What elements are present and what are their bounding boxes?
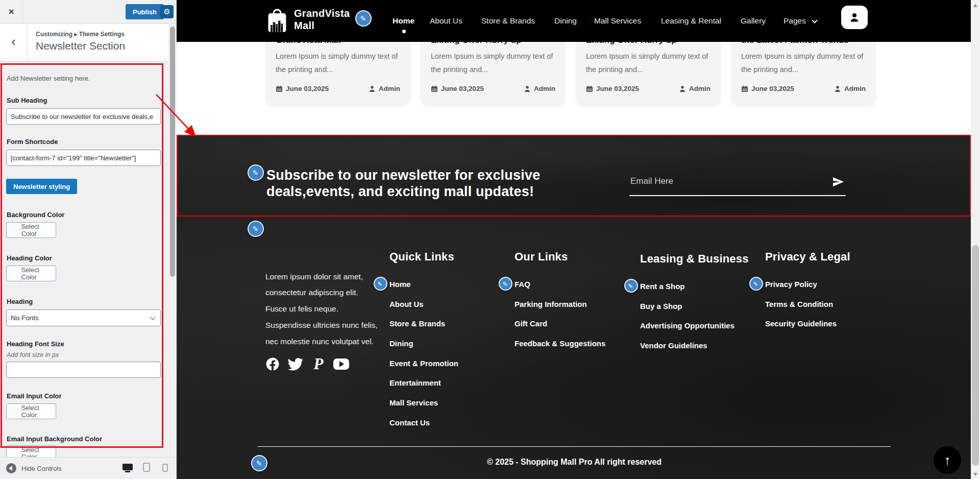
customizer-bottombar: Hide Controls bbox=[0, 457, 177, 479]
edit-header-pencil-icon[interactable] bbox=[355, 10, 372, 27]
preview-scrollbar-thumb[interactable] bbox=[972, 245, 979, 466]
footer-link[interactable]: FAQ bbox=[514, 274, 605, 294]
newsletter-styling-button[interactable]: Newsletter styling bbox=[6, 179, 77, 194]
edit-newsletter-pencil-icon[interactable] bbox=[248, 164, 264, 181]
twitter-icon[interactable] bbox=[287, 356, 304, 372]
panel-scrollbar-thumb[interactable] bbox=[170, 27, 175, 277]
publish-settings-gear-icon[interactable] bbox=[160, 5, 174, 18]
edit-privacy-pencil-icon[interactable] bbox=[749, 277, 763, 291]
footer-link[interactable]: Terms & Condition bbox=[765, 294, 850, 314]
edit-copyright-pencil-icon[interactable] bbox=[251, 455, 267, 471]
person-icon bbox=[679, 85, 686, 92]
footer-link[interactable]: Mall Services bbox=[389, 393, 458, 413]
section-description: Add Newsletter setting here. bbox=[7, 75, 90, 82]
heading-color-picker[interactable]: Select Color bbox=[6, 266, 56, 281]
mobile-preview-icon[interactable] bbox=[162, 464, 168, 472]
logo-text[interactable]: GrandVista bbox=[294, 8, 350, 19]
footer-link[interactable]: Dining bbox=[389, 333, 458, 353]
select-color-button[interactable]: Select Color bbox=[21, 266, 56, 281]
email-input-color-picker[interactable]: Select Color bbox=[6, 403, 56, 419]
shopping-bag-logo-icon[interactable] bbox=[265, 5, 289, 34]
footer-link[interactable]: Parking Information bbox=[514, 294, 605, 314]
chevron-down-icon bbox=[812, 17, 817, 23]
newsletter-heading: deals,events, and exciting mall updates! bbox=[266, 184, 534, 200]
card-excerpt: Lorem Ipsum is simply dummy text of the … bbox=[741, 50, 867, 76]
logo-text[interactable]: Mall bbox=[294, 20, 314, 32]
color-swatch bbox=[7, 404, 21, 419]
breadcrumb: Customizing ▸ Theme Settings bbox=[36, 31, 125, 38]
footer-link[interactable]: Entertainment bbox=[389, 373, 458, 393]
card-author: Admin bbox=[534, 85, 555, 92]
heading-font-size-input[interactable] bbox=[6, 362, 161, 378]
hide-controls-button[interactable]: Hide Controls bbox=[21, 465, 62, 472]
person-icon bbox=[369, 85, 376, 92]
newsletter-email-field bbox=[629, 173, 846, 196]
heading-font-size-hint: Add font size in px bbox=[7, 351, 59, 358]
send-icon[interactable] bbox=[831, 176, 845, 189]
footer-link[interactable]: Gift Card bbox=[514, 314, 605, 333]
nav-item-leasing-rental[interactable]: Leasing & Rental bbox=[661, 16, 721, 26]
back-chevron-icon[interactable] bbox=[0, 24, 28, 61]
footer-column-title: Quick Links bbox=[389, 250, 458, 266]
card-date: June 03,2025 bbox=[596, 85, 639, 92]
footer-column-title: Leasing & Business bbox=[640, 252, 749, 268]
collapse-arrow-icon[interactable] bbox=[6, 463, 16, 473]
account-button[interactable] bbox=[841, 6, 868, 29]
customizer-panel: Publish Customizing ▸ Theme Settings New… bbox=[0, 0, 177, 479]
nav-item-mall-services[interactable]: Mall Services bbox=[594, 16, 641, 26]
close-icon[interactable] bbox=[0, 0, 23, 23]
pinterest-icon[interactable]: P bbox=[310, 356, 327, 372]
section-header: Customizing ▸ Theme Settings Newsletter … bbox=[0, 24, 177, 61]
edit-our-links-pencil-icon[interactable] bbox=[499, 277, 512, 291]
footer-link[interactable]: Contact Us bbox=[389, 413, 458, 433]
edit-leasing-pencil-icon[interactable] bbox=[624, 279, 638, 293]
calendar-icon bbox=[431, 85, 438, 92]
preview-scrollbar-track[interactable] bbox=[971, 0, 980, 479]
facebook-icon[interactable] bbox=[264, 356, 281, 372]
sub-heading-label: Sub Heading bbox=[7, 97, 47, 104]
nav-item-dining[interactable]: Dining bbox=[554, 16, 577, 26]
card-excerpt: Lorem Ipsum is simply dummy text of the … bbox=[276, 50, 401, 76]
heading-font-size-label: Heading Font Size bbox=[7, 340, 64, 348]
footer-link[interactable]: Feedback & Suggestions bbox=[514, 333, 605, 353]
nav-item-store-brands[interactable]: Store & Brands bbox=[481, 16, 535, 26]
footer-link[interactable]: Privacy Policy bbox=[765, 274, 850, 294]
heading-font-select[interactable]: No Fonts bbox=[6, 309, 161, 326]
footer-link[interactable]: Vendor Guidelines bbox=[640, 336, 749, 355]
tablet-preview-icon[interactable] bbox=[143, 463, 150, 472]
select-color-button[interactable]: Select Color bbox=[21, 404, 56, 419]
edit-footer-pencil-icon[interactable] bbox=[248, 221, 264, 237]
youtube-icon[interactable] bbox=[333, 356, 349, 372]
page-title: Newsletter Section bbox=[36, 40, 125, 52]
nav-item-about-us[interactable]: About Us bbox=[430, 16, 462, 26]
footer-link[interactable]: Advertising Opportunities bbox=[640, 316, 749, 336]
edit-quick-links-pencil-icon[interactable] bbox=[374, 277, 387, 291]
scrollbar-down-arrow-icon[interactable] bbox=[973, 473, 977, 476]
email-input[interactable] bbox=[629, 176, 813, 187]
footer-link[interactable]: Buy a Shop bbox=[640, 296, 749, 316]
select-color-button[interactable]: Select Color bbox=[21, 223, 56, 237]
nav-item-pages[interactable]: Pages bbox=[783, 16, 806, 26]
customizer-topbar: Publish bbox=[0, 0, 177, 23]
footer-link[interactable]: About Us bbox=[389, 294, 458, 314]
footer-link[interactable]: Security Guidelines bbox=[765, 314, 850, 333]
background-color-picker[interactable]: Select Color bbox=[6, 222, 56, 238]
form-shortcode-input[interactable] bbox=[6, 150, 161, 166]
calendar-icon bbox=[741, 85, 748, 92]
card-author: Admin bbox=[689, 85, 710, 92]
footer-link[interactable]: Event & Promotion bbox=[389, 353, 458, 373]
publish-button[interactable]: Publish bbox=[126, 4, 164, 19]
desktop-preview-icon[interactable] bbox=[122, 464, 133, 470]
scroll-to-top-button[interactable] bbox=[934, 446, 961, 474]
sub-heading-input[interactable] bbox=[6, 108, 161, 125]
card-author: Admin bbox=[379, 85, 400, 92]
footer-column-title: Our Links bbox=[514, 250, 605, 266]
scrollbar-up-arrow-icon[interactable] bbox=[973, 4, 977, 7]
card-date: June 03,2025 bbox=[751, 85, 794, 92]
card-date: June 03,2025 bbox=[441, 85, 484, 92]
nav-item-home[interactable]: Home bbox=[393, 16, 414, 26]
footer-link[interactable]: Home bbox=[389, 274, 458, 294]
footer-link[interactable]: Store & Brands bbox=[389, 314, 458, 333]
nav-item-gallery[interactable]: Gallery bbox=[741, 16, 766, 26]
footer-link[interactable]: Rent a Shop bbox=[640, 276, 749, 296]
